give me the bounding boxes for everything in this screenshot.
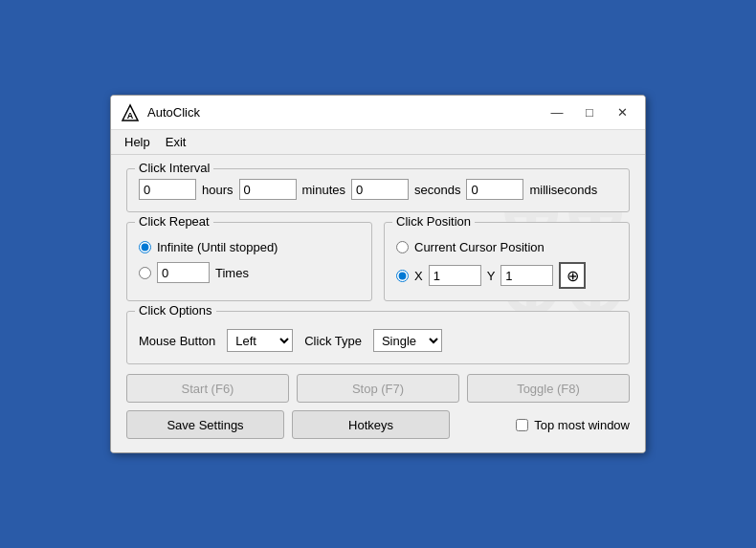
cursor-radio-row: Current Cursor Position — [396, 240, 617, 254]
content-area: ⊕⊕⊕⊕ Click Interval hours minutes second… — [111, 155, 645, 452]
cursor-label: Current Cursor Position — [414, 240, 545, 254]
click-position-section: Click Position Current Cursor Position X… — [384, 222, 630, 301]
toggle-button[interactable]: Toggle (F8) — [467, 374, 630, 403]
app-logo: A — [121, 103, 140, 122]
hotkeys-button[interactable]: Hotkeys — [292, 410, 450, 439]
xy-radio[interactable] — [396, 270, 409, 282]
x-input[interactable] — [429, 265, 481, 286]
window-controls: — □ ✕ — [544, 102, 635, 123]
click-options-title: Click Options — [135, 303, 216, 318]
ms-label: milliseconds — [529, 183, 597, 197]
times-radio[interactable] — [139, 267, 151, 279]
stop-button[interactable]: Stop (F7) — [297, 374, 459, 403]
close-button[interactable]: ✕ — [609, 102, 635, 123]
minutes-input[interactable] — [239, 179, 297, 200]
menubar: Help Exit — [111, 130, 645, 155]
menu-help[interactable]: Help — [117, 132, 158, 152]
minutes-label: minutes — [302, 183, 346, 197]
crosshair-button[interactable]: ⊕ — [559, 262, 586, 289]
click-repeat-title: Click Repeat — [135, 214, 213, 229]
mouse-button-select[interactable]: Left Right Middle — [227, 329, 293, 352]
minimize-button[interactable]: — — [544, 102, 570, 123]
menu-exit[interactable]: Exit — [158, 132, 194, 152]
action-buttons-row: Start (F6) Stop (F7) Toggle (F8) — [126, 374, 630, 403]
click-interval-title: Click Interval — [135, 161, 213, 175]
svg-text:A: A — [127, 111, 134, 121]
topmost-checkbox[interactable] — [516, 419, 528, 431]
y-input[interactable] — [500, 265, 553, 286]
ms-input[interactable] — [466, 179, 523, 200]
seconds-label: seconds — [414, 183, 460, 197]
xy-radio-row: X Y ⊕ — [396, 262, 617, 289]
click-type-select[interactable]: Single Double — [373, 329, 442, 352]
click-type-label: Click Type — [304, 334, 362, 348]
options-row: Mouse Button Left Right Middle Click Typ… — [139, 329, 617, 352]
times-radio-row: Times — [139, 262, 360, 283]
infinite-label: Infinite (Until stopped) — [157, 240, 278, 254]
topmost-area: Top most window — [516, 418, 630, 432]
times-label: Times — [215, 266, 249, 280]
seconds-input[interactable] — [351, 179, 409, 200]
titlebar: A AutoClick — □ ✕ — [111, 96, 645, 130]
hours-input[interactable] — [139, 179, 196, 200]
cursor-radio[interactable] — [396, 241, 409, 253]
main-window: A AutoClick — □ ✕ Help Exit ⊕⊕⊕⊕ Click I… — [110, 95, 646, 453]
save-row: Save Settings Hotkeys Top most window — [126, 410, 630, 439]
middle-panels: Click Repeat Infinite (Until stopped) Ti… — [126, 222, 630, 301]
click-position-title: Click Position — [392, 214, 475, 229]
times-input[interactable] — [157, 262, 210, 283]
click-repeat-section: Click Repeat Infinite (Until stopped) Ti… — [126, 222, 372, 301]
hours-label: hours — [202, 183, 233, 197]
window-title: AutoClick — [147, 105, 544, 120]
save-button[interactable]: Save Settings — [126, 410, 284, 439]
y-label: Y — [487, 269, 496, 283]
mouse-button-label: Mouse Button — [139, 334, 215, 348]
click-interval-section: Click Interval hours minutes seconds mil… — [126, 168, 630, 212]
infinite-radio[interactable] — [139, 241, 151, 253]
x-label: X — [414, 269, 423, 283]
start-button[interactable]: Start (F6) — [126, 374, 289, 403]
interval-row: hours minutes seconds milliseconds — [139, 179, 617, 200]
topmost-label: Top most window — [534, 418, 630, 432]
infinite-radio-row: Infinite (Until stopped) — [139, 240, 360, 254]
maximize-button[interactable]: □ — [576, 102, 603, 123]
click-options-section: Click Options Mouse Button Left Right Mi… — [126, 311, 630, 364]
